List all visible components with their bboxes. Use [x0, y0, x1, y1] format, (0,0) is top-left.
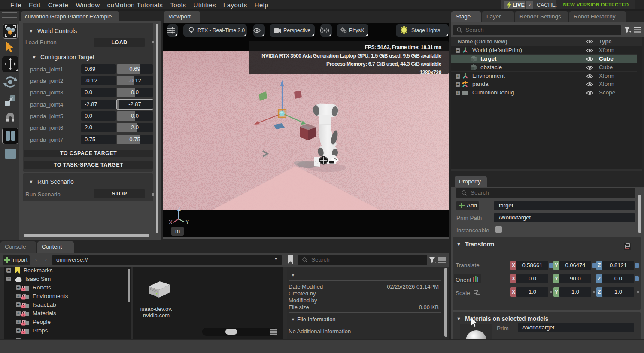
svg-text:X: X	[169, 219, 173, 225]
svg-text:Z: Z	[177, 207, 181, 212]
svg-text:Y: Y	[185, 219, 189, 225]
